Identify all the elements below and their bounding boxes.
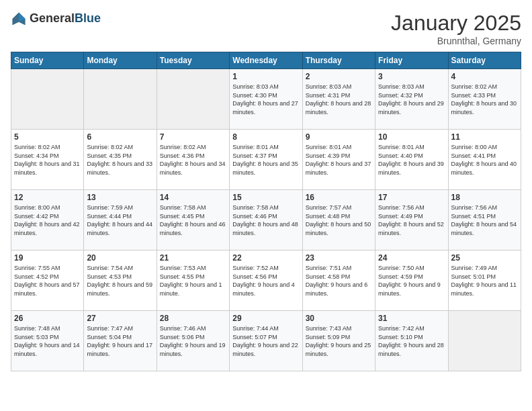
header-cell-tuesday: Tuesday [157, 52, 229, 69]
day-info: Sunrise: 8:02 AMSunset: 4:34 PMDaylight:… [14, 143, 81, 177]
day-info: Sunrise: 7:58 AMSunset: 4:46 PMDaylight:… [232, 203, 299, 237]
day-number: 30 [306, 314, 372, 323]
header-row: SundayMondayTuesdayWednesdayThursdayFrid… [11, 52, 521, 69]
day-number: 23 [306, 253, 372, 263]
day-cell: 27Sunrise: 7:47 AMSunset: 5:04 PMDayligh… [84, 311, 157, 371]
day-cell: 31Sunrise: 7:42 AMSunset: 5:10 PMDayligh… [375, 311, 448, 371]
week-row-5: 26Sunrise: 7:48 AMSunset: 5:03 PMDayligh… [11, 311, 521, 371]
day-cell: 26Sunrise: 7:48 AMSunset: 5:03 PMDayligh… [11, 311, 84, 371]
day-number: 7 [160, 132, 226, 142]
day-number: 6 [87, 132, 153, 142]
day-cell: 18Sunrise: 7:56 AMSunset: 4:51 PMDayligh… [448, 190, 521, 250]
day-cell: 10Sunrise: 8:01 AMSunset: 4:40 PMDayligh… [375, 130, 448, 190]
day-number: 29 [232, 314, 299, 323]
day-info: Sunrise: 7:54 AMSunset: 4:53 PMDaylight:… [87, 264, 153, 298]
day-number: 25 [451, 253, 518, 263]
logo-general-text: General [30, 12, 75, 26]
day-cell: 3Sunrise: 8:03 AMSunset: 4:32 PMDaylight… [375, 69, 448, 130]
day-cell: 13Sunrise: 7:59 AMSunset: 4:44 PMDayligh… [84, 190, 157, 250]
day-cell: 22Sunrise: 7:52 AMSunset: 4:56 PMDayligh… [230, 250, 302, 311]
day-number: 28 [160, 314, 226, 323]
day-number: 15 [232, 193, 299, 202]
week-row-2: 5Sunrise: 8:02 AMSunset: 4:34 PMDaylight… [11, 130, 521, 190]
day-cell: 30Sunrise: 7:43 AMSunset: 5:09 PMDayligh… [302, 311, 375, 371]
day-info: Sunrise: 7:58 AMSunset: 4:45 PMDaylight:… [160, 203, 226, 237]
day-cell: 21Sunrise: 7:53 AMSunset: 4:55 PMDayligh… [157, 250, 229, 311]
week-row-4: 19Sunrise: 7:55 AMSunset: 4:52 PMDayligh… [11, 250, 521, 311]
day-cell: 16Sunrise: 7:57 AMSunset: 4:48 PMDayligh… [302, 190, 375, 250]
location-subtitle: Brunnthal, Germany [391, 36, 521, 46]
day-info: Sunrise: 7:49 AMSunset: 5:01 PMDaylight:… [451, 264, 518, 298]
header-cell-sunday: Sunday [11, 52, 84, 69]
day-cell: 20Sunrise: 7:54 AMSunset: 4:53 PMDayligh… [84, 250, 157, 311]
day-number: 16 [306, 193, 372, 202]
day-number: 18 [451, 193, 518, 202]
day-number: 14 [160, 193, 226, 202]
day-number: 12 [14, 193, 81, 202]
day-info: Sunrise: 8:01 AMSunset: 4:39 PMDaylight:… [306, 143, 372, 177]
day-info: Sunrise: 8:02 AMSunset: 4:35 PMDaylight:… [87, 143, 153, 177]
day-cell: 19Sunrise: 7:55 AMSunset: 4:52 PMDayligh… [11, 250, 84, 311]
day-number: 13 [87, 193, 153, 202]
day-info: Sunrise: 7:53 AMSunset: 4:55 PMDaylight:… [160, 264, 226, 298]
day-info: Sunrise: 8:03 AMSunset: 4:30 PMDaylight:… [232, 83, 299, 116]
day-number: 4 [451, 72, 518, 81]
day-cell: 28Sunrise: 7:46 AMSunset: 5:06 PMDayligh… [157, 311, 229, 371]
day-cell: 12Sunrise: 8:00 AMSunset: 4:42 PMDayligh… [11, 190, 84, 250]
day-number: 1 [232, 72, 299, 81]
day-info: Sunrise: 8:01 AMSunset: 4:37 PMDaylight:… [232, 143, 299, 177]
week-row-1: 1Sunrise: 8:03 AMSunset: 4:30 PMDaylight… [11, 69, 521, 130]
day-number: 11 [451, 132, 518, 142]
day-number: 26 [14, 314, 81, 323]
header-cell-saturday: Saturday [448, 52, 521, 69]
calendar-header: SundayMondayTuesdayWednesdayThursdayFrid… [11, 52, 521, 69]
day-cell: 4Sunrise: 8:02 AMSunset: 4:33 PMDaylight… [448, 69, 521, 130]
day-cell [157, 69, 229, 130]
day-cell: 2Sunrise: 8:03 AMSunset: 4:31 PMDaylight… [302, 69, 375, 130]
day-info: Sunrise: 7:55 AMSunset: 4:52 PMDaylight:… [14, 264, 81, 298]
day-number: 21 [160, 253, 226, 263]
day-number: 24 [378, 253, 445, 263]
header-cell-thursday: Thursday [302, 52, 375, 69]
day-cell [84, 69, 157, 130]
day-number: 2 [306, 72, 372, 81]
day-info: Sunrise: 7:43 AMSunset: 5:09 PMDaylight:… [306, 324, 372, 358]
day-info: Sunrise: 8:02 AMSunset: 4:33 PMDaylight:… [451, 83, 518, 116]
day-number: 20 [87, 253, 153, 263]
day-number: 22 [232, 253, 299, 263]
week-row-3: 12Sunrise: 8:00 AMSunset: 4:42 PMDayligh… [11, 190, 521, 250]
header-cell-wednesday: Wednesday [230, 52, 302, 69]
day-info: Sunrise: 7:42 AMSunset: 5:10 PMDaylight:… [378, 324, 445, 358]
day-info: Sunrise: 7:48 AMSunset: 5:03 PMDaylight:… [14, 324, 81, 358]
day-cell: 15Sunrise: 7:58 AMSunset: 4:46 PMDayligh… [230, 190, 302, 250]
day-cell: 25Sunrise: 7:49 AMSunset: 5:01 PMDayligh… [448, 250, 521, 311]
header-cell-friday: Friday [375, 52, 448, 69]
day-cell: 29Sunrise: 7:44 AMSunset: 5:07 PMDayligh… [230, 311, 302, 371]
day-cell: 24Sunrise: 7:50 AMSunset: 4:59 PMDayligh… [375, 250, 448, 311]
day-number: 27 [87, 314, 153, 323]
day-number: 5 [14, 132, 81, 142]
day-info: Sunrise: 8:03 AMSunset: 4:32 PMDaylight:… [378, 83, 445, 116]
day-cell: 1Sunrise: 8:03 AMSunset: 4:30 PMDaylight… [230, 69, 302, 130]
day-number: 31 [378, 314, 445, 323]
day-info: Sunrise: 8:03 AMSunset: 4:31 PMDaylight:… [306, 83, 372, 116]
logo: GeneralBlue [11, 11, 101, 27]
day-info: Sunrise: 7:52 AMSunset: 4:56 PMDaylight:… [232, 264, 299, 298]
day-info: Sunrise: 7:59 AMSunset: 4:44 PMDaylight:… [87, 203, 153, 237]
day-number: 17 [378, 193, 445, 202]
day-info: Sunrise: 8:01 AMSunset: 4:40 PMDaylight:… [378, 143, 445, 177]
calendar-table: SundayMondayTuesdayWednesdayThursdayFrid… [11, 52, 521, 371]
day-info: Sunrise: 7:47 AMSunset: 5:04 PMDaylight:… [87, 324, 153, 358]
day-number: 10 [378, 132, 445, 142]
month-title: January 2025 [391, 11, 521, 36]
day-info: Sunrise: 7:56 AMSunset: 4:49 PMDaylight:… [378, 203, 445, 237]
calendar-body: 1Sunrise: 8:03 AMSunset: 4:30 PMDaylight… [11, 69, 521, 371]
day-number: 8 [232, 132, 299, 142]
day-info: Sunrise: 8:00 AMSunset: 4:42 PMDaylight:… [14, 203, 81, 237]
day-cell: 7Sunrise: 8:02 AMSunset: 4:36 PMDaylight… [157, 130, 229, 190]
day-info: Sunrise: 7:56 AMSunset: 4:51 PMDaylight:… [451, 203, 518, 237]
day-cell: 5Sunrise: 8:02 AMSunset: 4:34 PMDaylight… [11, 130, 84, 190]
day-cell: 14Sunrise: 7:58 AMSunset: 4:45 PMDayligh… [157, 190, 229, 250]
header-cell-monday: Monday [84, 52, 157, 69]
day-number: 19 [14, 253, 81, 263]
